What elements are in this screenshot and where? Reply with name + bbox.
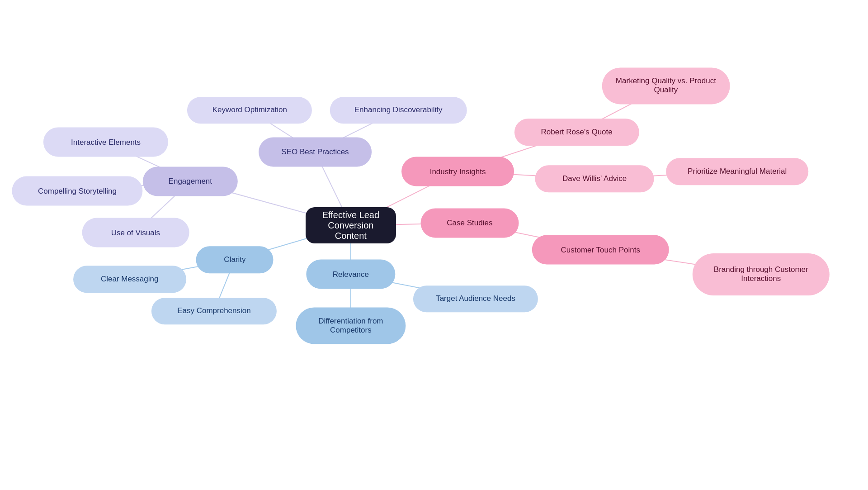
node-meaningful: Prioritize Meaningful Material xyxy=(666,158,809,185)
node-dave-willis: Dave Willis' Advice xyxy=(535,166,654,193)
node-discoverability: Enhancing Discoverability xyxy=(330,97,467,124)
node-engagement: Engagement xyxy=(143,167,238,196)
mindmap-container: Effective Lead Conversion ContentEngagem… xyxy=(0,0,868,490)
node-robert: Robert Rose's Quote xyxy=(514,119,639,146)
center-node: Effective Lead Conversion Content xyxy=(306,207,396,243)
node-clarity: Clarity xyxy=(196,246,274,273)
node-branding: Branding through Customer Interactions xyxy=(693,253,829,295)
node-storytelling: Compelling Storytelling xyxy=(12,176,142,206)
node-customer-touch: Customer Touch Points xyxy=(532,235,669,265)
node-seo: SEO Best Practices xyxy=(259,137,372,167)
node-marketing-quality: Marketing Quality vs. Product Quality xyxy=(602,67,730,104)
node-easy-comp: Easy Comprehension xyxy=(151,298,276,325)
node-keyword: Keyword Optimization xyxy=(187,97,312,124)
node-clear-messaging: Clear Messaging xyxy=(73,266,186,293)
node-industry: Industry Insights xyxy=(401,157,514,186)
node-target-audience: Target Audience Needs xyxy=(413,285,538,313)
node-visuals: Use of Visuals xyxy=(82,218,189,247)
node-relevance: Relevance xyxy=(306,260,395,289)
node-interactive: Interactive Elements xyxy=(43,128,168,157)
node-case-studies: Case Studies xyxy=(420,208,519,238)
node-differentiation: Differentiation from Competitors xyxy=(296,308,406,344)
